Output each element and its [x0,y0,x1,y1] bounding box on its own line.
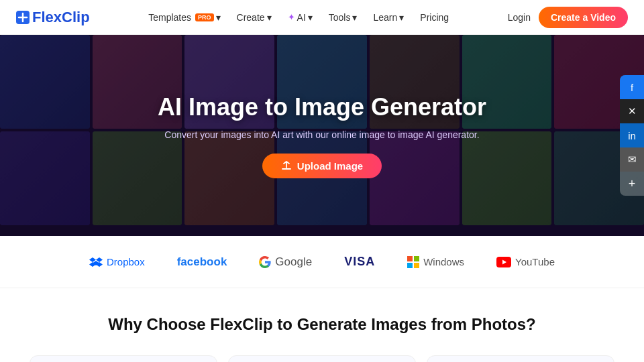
navbar: FlexClip Templates PRO ▾ Create ▾ ✦ AI ▾… [0,0,644,35]
hero-title: AI Image to Image Generator [158,93,486,121]
email-icon: ✉ [628,154,637,166]
chevron-down-icon: ▾ [267,12,272,23]
social-sidebar: f ✕ in ✉ + [620,75,644,196]
windows-label: Windows [423,256,464,267]
upload-icon [281,160,292,171]
twitter-x-icon: ✕ [628,105,637,117]
chevron-down-icon: ▾ [399,12,404,23]
facebook-logo: facebook [177,255,227,269]
why-title: Why Choose FlexClip to Generate Images f… [27,315,617,334]
svg-rect-2 [414,256,419,261]
facebook-share-button[interactable]: f [620,75,644,99]
linkedin-icon: in [628,130,636,141]
create-video-button[interactable]: Create a Video [539,7,628,28]
windows-logo: Windows [407,256,464,268]
hero-subtitle: Convert your images into AI art with our… [164,129,479,140]
google-icon [259,256,271,268]
email-share-button[interactable]: ✉ [620,147,644,172]
why-section: Why Choose FlexClip to Generate Images f… [0,288,644,362]
login-button[interactable]: Login [508,12,531,23]
nav-right: Login Create a Video [508,7,628,28]
ai-star-icon: ✦ [288,12,295,22]
visa-logo: VISA [344,255,375,269]
logos-strip: Dropbox facebook Google VISA Windows You… [0,236,644,288]
feature-card-keep-updated: Keep Updated Our image to image generato… [30,355,217,362]
youtube-logo: YouTube [496,256,555,267]
nav-tools[interactable]: Tools ▾ [329,12,358,23]
feature-card-rich-ai: AI Rich AI Features We provide many AI t… [427,355,614,362]
dropbox-logo: Dropbox [89,256,145,267]
dropbox-label: Dropbox [107,256,145,267]
logo[interactable]: FlexClip [16,9,90,26]
linkedin-share-button[interactable]: in [620,123,644,147]
nav-pricing[interactable]: Pricing [420,12,449,23]
facebook-label: facebook [177,255,227,269]
hero-overlay: AI Image to Image Generator Convert your… [0,35,644,236]
twitter-share-button[interactable]: ✕ [620,99,644,123]
youtube-icon [496,257,511,267]
youtube-label: YouTube [515,256,555,267]
google-logo: Google [259,255,312,269]
svg-rect-1 [407,256,413,261]
nav-templates[interactable]: Templates PRO ▾ [148,12,220,23]
nav-links: Templates PRO ▾ Create ▾ ✦ AI ▾ Tools ▾ … [148,12,449,23]
visa-label: VISA [344,255,375,269]
feature-card-high-quality: High-Quality Results The advanced AI mod… [228,355,416,362]
chevron-down-icon: ▾ [308,12,313,23]
chevron-down-icon: ▾ [352,12,357,23]
google-label: Google [275,255,312,269]
svg-rect-3 [407,263,413,268]
nav-learn[interactable]: Learn ▾ [373,12,404,23]
more-share-button[interactable]: + [620,172,644,196]
chevron-down-icon: ▾ [216,12,221,23]
hero-section: AI Image to Image Generator Convert your… [0,35,644,236]
feature-cards: Keep Updated Our image to image generato… [27,355,617,362]
nav-ai[interactable]: ✦ AI ▾ [288,12,313,23]
svg-rect-4 [414,263,419,268]
dropbox-icon [89,257,103,267]
plus-icon: + [629,177,636,191]
facebook-icon: f [631,82,633,93]
windows-icon [407,256,419,268]
pro-badge: PRO [195,13,214,21]
nav-create[interactable]: Create ▾ [237,12,272,23]
upload-image-button[interactable]: Upload Image [262,154,382,178]
